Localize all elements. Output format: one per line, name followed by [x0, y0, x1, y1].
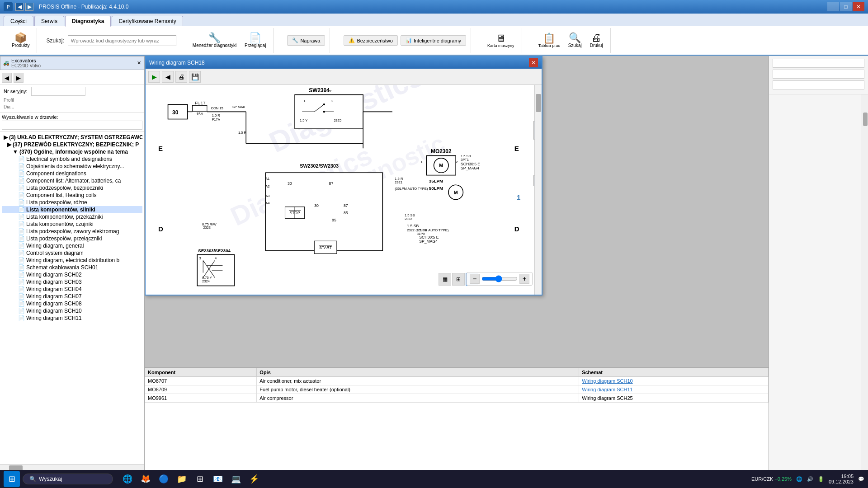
svg-rect-6 — [192, 105, 207, 111]
tree-item-lista-przelaczniki[interactable]: 📄 Lista podzespołów, przełączniki — [2, 235, 142, 242]
taskbar-network-icon: 🌐 — [796, 476, 802, 482]
tablica-button[interactable]: 📋 Tablica prac — [536, 33, 563, 49]
tree-item-lista-czujniki[interactable]: 📄 Lista komponentów, czujniki — [2, 221, 142, 228]
wiring-close-btn[interactable]: ✕ — [529, 58, 538, 67]
search-input[interactable] — [68, 35, 176, 46]
taskbar-app-firefox[interactable]: 🦊 — [137, 471, 154, 487]
tree-item-sch08[interactable]: 📄 Wiring diagram SCH08 — [2, 300, 142, 307]
tree-item-ogolne[interactable]: ▼ (370) Ogólne, informacje wspólne na te… — [2, 148, 142, 155]
tree-item-lista-bezp[interactable]: 📄 Lista podzespołów, bezpieczniki — [2, 184, 142, 192]
przegladaj-button[interactable]: 📄 Przeglądaj — [242, 32, 269, 49]
start-button[interactable]: ⊞ — [4, 471, 20, 487]
tree-item-el-sym[interactable]: 📄 Electrical symbols and designations — [2, 155, 142, 163]
tree-item-comp-des[interactable]: 📄 Component designations — [2, 170, 142, 177]
taskbar-app-computer[interactable]: 💻 — [228, 471, 244, 487]
taskbar-app-explorer[interactable]: 📁 — [174, 471, 190, 487]
taskbar-search[interactable]: 🔍 Wyszukaj — [23, 474, 113, 484]
taskbar-app-chrome[interactable]: 🔵 — [156, 471, 172, 487]
view-btn-single[interactable]: ▦ — [439, 273, 451, 286]
svg-text:SP_MAG4: SP_MAG4 — [419, 239, 438, 244]
svg-text:85: 85 — [344, 211, 348, 215]
serial-input[interactable] — [31, 87, 85, 96]
tree-item-sch10[interactable]: 📄 Wiring diagram SCH10 — [2, 307, 142, 314]
nav-right-btn[interactable]: ▶ — [14, 73, 24, 83]
wiring-btn-back[interactable]: ◀ — [162, 71, 174, 83]
svg-text:D: D — [158, 225, 163, 233]
taskbar-app-mail[interactable]: 📧 — [210, 471, 226, 487]
tree-item-sch02[interactable]: 📄 Wiring diagram SCH02 — [2, 271, 142, 278]
cell-schema-0[interactable]: Wiring diagram SCH10 — [579, 377, 769, 385]
taskbar-app-edge[interactable]: 🌐 — [119, 471, 136, 487]
svg-text:SP MAB: SP MAB — [232, 105, 245, 109]
doc-icon-3: 📄 — [18, 156, 25, 162]
produkty-button[interactable]: 📦 Produkty — [9, 32, 32, 49]
tree-item-lista-rozne[interactable]: 📄 Lista podzespołów, różne — [2, 199, 142, 206]
svg-text:1.5 SB: 1.5 SB — [407, 224, 419, 228]
minimize-button[interactable]: ─ — [827, 2, 839, 11]
wiring-scroll-v[interactable] — [534, 85, 542, 295]
tree-item-comp-heat[interactable]: 📄 Component list, Heating coils — [2, 192, 142, 199]
right-input-1[interactable] — [773, 59, 864, 68]
right-input-2[interactable] — [773, 70, 864, 79]
taskbar-app-store[interactable]: ⊞ — [192, 471, 208, 487]
szukaj-button[interactable]: 🔍 Szukaj — [566, 32, 585, 49]
close-tab-icon[interactable]: ✕ — [137, 60, 141, 66]
tree-item-wiring-dist[interactable]: 📄 Wiring diagram, electrical distributio… — [2, 257, 142, 264]
menedzer-button[interactable]: 🔧 Menedżer diagnostyki — [190, 32, 239, 49]
karta-maszyny-button[interactable]: 🖥 Karta maszyny — [485, 33, 517, 49]
wiring-btn-print[interactable]: 🖨 — [175, 71, 187, 83]
tree-item-sch07[interactable]: 📄 Wiring diagram SCH07 — [2, 293, 142, 300]
tree-item-sch04[interactable]: 📄 Wiring diagram SCH04 — [2, 286, 142, 293]
svg-text:(35LPM AUTO TYPE): (35LPM AUTO TYPE) — [395, 187, 428, 191]
zoom-out-btn[interactable]: − — [470, 274, 480, 284]
tree-item-schemat-sch01[interactable]: 📄 Schemat okablowania SCH01 — [2, 264, 142, 271]
excavators-tab[interactable]: 🚜 Excavators EC220D Volvo ✕ — [0, 56, 144, 70]
maximize-button[interactable]: □ — [840, 2, 852, 11]
nav-fwd[interactable]: ▶ — [25, 3, 33, 11]
right-vscroll[interactable] — [862, 94, 868, 471]
tree-item-lista-zawory[interactable]: 📄 Lista podzespołów, zawory elektromag — [2, 228, 142, 235]
right-input-3[interactable] — [773, 80, 864, 89]
view-btn-double[interactable]: ⊞ — [452, 273, 465, 286]
tree-item-control[interactable]: 📄 Control system diagram — [2, 249, 142, 257]
tree-item-sch11[interactable]: 📄 Wiring diagram SCH11 — [2, 314, 142, 322]
wiring-btn-play[interactable]: ▶ — [148, 71, 160, 83]
doc-icon-14: 📄 — [18, 235, 25, 242]
drukuj-button[interactable]: 🖨 Drukuj — [587, 32, 606, 49]
tab-czesci[interactable]: Części — [4, 16, 33, 26]
taskbar-notification-icon[interactable]: 💬 — [858, 476, 864, 482]
zoom-in-btn[interactable]: + — [519, 274, 529, 284]
przegladaj-icon: 📄 — [249, 33, 261, 43]
taskbar-app-prosis[interactable]: ⚡ — [246, 471, 262, 487]
tree-item-lista-silniki[interactable]: 📄 Lista komponentów, silniki — [2, 206, 142, 213]
inteligentne-button[interactable]: 📊 Inteligentne diagramy — [401, 35, 466, 46]
close-button[interactable]: ✕ — [853, 2, 864, 11]
tree-item-przewod[interactable]: ▶ (37) PRZEWÓD ELEKTRYCZNY; BEZPIECZNIK;… — [2, 141, 142, 148]
vscroll-handle[interactable] — [536, 94, 541, 112]
tab-certyfikowane[interactable]: Certyfikowane Remonty — [112, 16, 183, 26]
right-panel-top — [769, 56, 868, 94]
tree-item-obl-sch[interactable]: 📄 Objaśnienia do schematów elektryczny..… — [2, 163, 142, 170]
svg-text:2323: 2323 — [203, 225, 211, 230]
nav-left-btn[interactable]: ◀ — [2, 73, 12, 83]
nav-back[interactable]: ◀ — [15, 3, 24, 11]
tree-item-comp-alt[interactable]: 📄 Component list: Alternator, batteries,… — [2, 177, 142, 184]
svg-text:MO2302: MO2302 — [431, 148, 452, 155]
wiring-btn-save[interactable]: 💾 — [189, 71, 201, 83]
tree-item-lista-przekazniki[interactable]: 📄 Lista komponentów, przekaźniki — [2, 213, 142, 221]
cell-schema-1[interactable]: Wiring diagram SCH11 — [579, 385, 769, 394]
svg-text:87: 87 — [329, 181, 334, 186]
wiring-content: Diagnostics Diagnostic Diagnostics 30 FU… — [146, 85, 542, 295]
naprawa-button[interactable]: 🔧 Naprawa — [287, 35, 325, 46]
bezpieczenstwo-button[interactable]: ⚠️ Bezpieczeństwo — [344, 35, 398, 46]
tree-item-sch03[interactable]: 📄 Wiring diagram SCH03 — [2, 278, 142, 286]
tree-item-wiring-gen[interactable]: 📄 Wiring diagram, general — [2, 242, 142, 249]
table-row: MO8707 Air conditioner, mix actuator Wir… — [145, 377, 769, 385]
tree-item-ukl[interactable]: ▶ (3) UKŁAD ELEKTRYCZNY; SYSTEM OSTRZEGA… — [2, 134, 142, 141]
tab-serwis[interactable]: Serwis — [34, 16, 64, 26]
right-vscroll-handle[interactable] — [863, 113, 868, 126]
tab-diagnostyka[interactable]: Diagnostyka — [65, 16, 111, 27]
tree-search-input[interactable] — [2, 121, 142, 130]
zoom-slider[interactable] — [481, 275, 518, 282]
svg-text:2324: 2324 — [202, 279, 210, 283]
